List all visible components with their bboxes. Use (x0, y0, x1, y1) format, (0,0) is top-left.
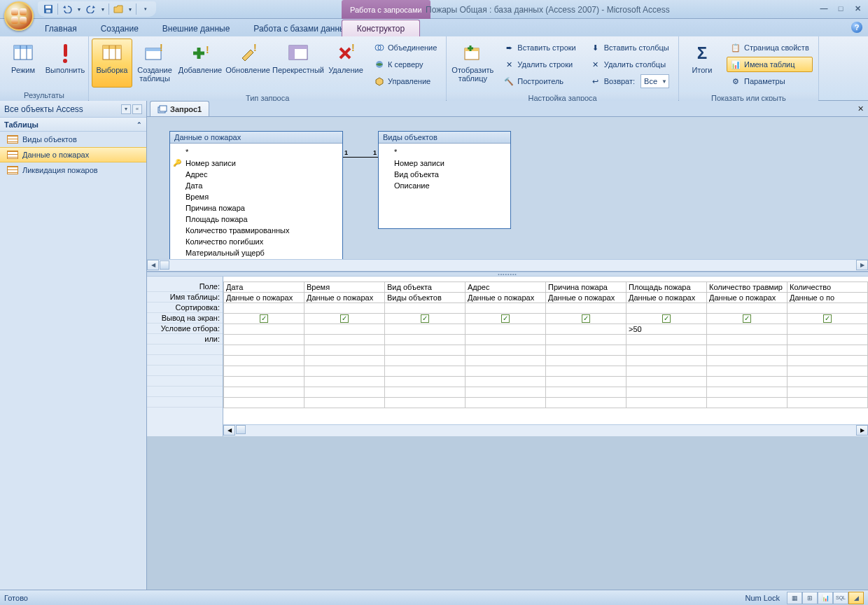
grid-cell[interactable] (385, 387, 465, 397)
open-dropdown-icon[interactable]: ▼ (127, 3, 133, 15)
grid-cell[interactable] (465, 355, 546, 366)
undo-dropdown-icon[interactable]: ▼ (76, 3, 82, 15)
grid-cell[interactable]: Данные о по (788, 292, 868, 302)
view-datasheet-icon[interactable]: ▦ (787, 592, 802, 604)
crosstab-button[interactable]: Перекрестный (272, 39, 324, 88)
grid-cell[interactable] (707, 397, 788, 408)
grid-cell[interactable] (707, 387, 788, 397)
passthrough-button[interactable]: К серверу (370, 57, 440, 72)
grid-cell[interactable] (465, 387, 546, 397)
help-icon[interactable]: ? (851, 22, 862, 33)
grid-cell[interactable] (304, 397, 385, 408)
view-button[interactable]: Режим (3, 39, 43, 88)
grid-cell[interactable] (465, 376, 546, 387)
office-button[interactable] (4, 1, 34, 31)
grid-cell[interactable]: Причина пожара (546, 281, 626, 292)
grid-cell[interactable] (385, 397, 465, 408)
grid-cell[interactable]: Данные о пожарах (707, 292, 788, 302)
tab-external[interactable]: Внешние данные (155, 20, 237, 36)
grid-cell[interactable] (304, 366, 385, 376)
close-button[interactable]: ✕ (851, 3, 864, 14)
grid-cell[interactable]: ✓ (707, 313, 788, 324)
grid-cell[interactable] (546, 366, 626, 376)
grid-cell[interactable]: Данные о пожарах (626, 292, 707, 302)
tab-designer[interactable]: Конструктор (342, 20, 420, 36)
tab-dbtools[interactable]: Работа с базами данных (246, 20, 356, 36)
grid-cell[interactable] (626, 334, 707, 345)
field[interactable]: Вид объекта (394, 169, 505, 180)
field[interactable]: Материальный ущерб (186, 247, 337, 258)
grid-cell[interactable]: Данные о пожарах (546, 292, 626, 302)
grid-cell[interactable]: Количество травмир (707, 281, 788, 292)
grid-cell[interactable]: Дата (224, 281, 304, 292)
grid-cell[interactable]: Время (304, 281, 385, 292)
nav-collapse-icon[interactable]: « (132, 104, 142, 114)
grid-body[interactable]: ДатаВремяВид объектаАдресПричина пожараП… (223, 277, 868, 436)
grid-cell[interactable] (546, 397, 626, 408)
grid-cell[interactable] (224, 302, 304, 313)
grid-cell[interactable] (546, 302, 626, 313)
grid-cell[interactable] (385, 324, 465, 334)
doc-close-button[interactable]: ✕ (855, 104, 865, 113)
field-key[interactable]: Номер записи (186, 158, 337, 169)
grid-cell[interactable] (304, 302, 385, 313)
relationship-line[interactable]: 11 (343, 157, 378, 158)
field[interactable]: Дата (186, 180, 337, 191)
grid-cell[interactable] (626, 302, 707, 313)
grid-cell[interactable] (465, 366, 546, 376)
grid-cell[interactable]: ✓ (465, 313, 546, 324)
scroll-left-icon[interactable]: ◀ (147, 260, 159, 270)
grid-cell[interactable] (788, 324, 868, 334)
grid-cell[interactable] (385, 334, 465, 345)
grid-cell[interactable]: ✓ (626, 313, 707, 324)
grid-cell[interactable]: Данные о пожарах (224, 292, 304, 302)
maketable-button[interactable]: !Создание таблицы (134, 39, 176, 88)
grid-cell[interactable] (788, 302, 868, 313)
append-button[interactable]: !Добавление (177, 39, 223, 88)
field[interactable]: Время (186, 191, 337, 202)
grid-cell[interactable] (224, 355, 304, 366)
grid-cell[interactable] (546, 355, 626, 366)
return-combo[interactable]: ↩Возврат:Все▼ (587, 74, 673, 89)
grid-cell[interactable] (224, 366, 304, 376)
grid-cell[interactable] (465, 345, 546, 355)
view-sql-icon[interactable]: SQL (833, 592, 848, 604)
doc-tab-query1[interactable]: Запрос1 (150, 101, 209, 116)
grid-cell[interactable]: Адрес (465, 281, 546, 292)
grid-cell[interactable] (465, 334, 546, 345)
grid-cell[interactable] (626, 345, 707, 355)
maximize-button[interactable]: □ (834, 3, 847, 14)
showtable-button[interactable]: Отобразить таблицу (449, 39, 496, 88)
designer-hscroll[interactable]: ◀ ▶ (147, 259, 868, 271)
grid-cell[interactable] (788, 334, 868, 345)
grid-cell[interactable] (546, 376, 626, 387)
run-button[interactable]: Выполнить (45, 39, 85, 88)
grid-cell[interactable] (385, 366, 465, 376)
grid-cell[interactable]: ✓ (224, 313, 304, 324)
grid-hscroll[interactable]: ◀ ▶ (223, 424, 868, 436)
field[interactable]: * (394, 146, 505, 158)
save-icon[interactable] (42, 3, 55, 15)
grid-cell[interactable]: Вид объекта (385, 281, 465, 292)
delete-button[interactable]: !Удаление (326, 39, 366, 88)
grid-cell[interactable]: Количество (788, 281, 868, 292)
nav-item-1[interactable]: Данные о пожарах (0, 147, 146, 162)
field[interactable]: Причина пожара (186, 202, 337, 214)
scroll-thumb[interactable] (160, 260, 169, 270)
grid-cell[interactable] (626, 387, 707, 397)
qat-customize-icon[interactable]: ▾ (139, 3, 152, 15)
nav-item-2[interactable]: Ликвидация пожаров (0, 162, 146, 178)
redo-dropdown-icon[interactable]: ▼ (100, 3, 106, 15)
nav-header[interactable]: Все объекты Access ▾« (0, 101, 146, 118)
grid-cell[interactable] (304, 387, 385, 397)
tab-create[interactable]: Создание (94, 20, 146, 36)
field[interactable]: Количество травмированных (186, 225, 337, 236)
grid-cell[interactable]: ✓ (546, 313, 626, 324)
grid-cell[interactable] (224, 334, 304, 345)
query-designer-upper[interactable]: Данные о пожарах * Номер записи Адрес Да… (147, 117, 868, 272)
nav-section-tables[interactable]: Таблицы⌃ (0, 118, 146, 132)
view-pivot-icon[interactable]: ⊞ (802, 592, 818, 604)
grid-cell[interactable] (304, 324, 385, 334)
parameters-button[interactable]: ⚙Параметры (727, 74, 813, 89)
grid-cell[interactable] (224, 324, 304, 334)
